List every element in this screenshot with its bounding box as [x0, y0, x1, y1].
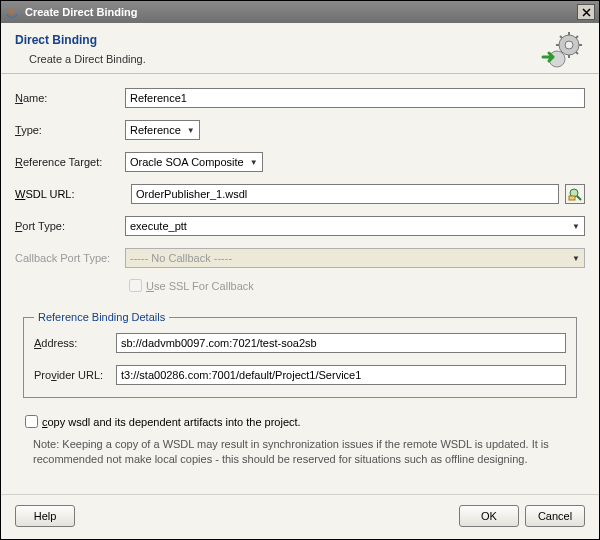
- port-type-label: Port Type:: [15, 220, 125, 232]
- form-body: Name: Type: Reference ▼ Reference Target…: [1, 74, 599, 494]
- dialog-footer: Help OK Cancel: [1, 494, 599, 539]
- ok-button[interactable]: OK: [459, 505, 519, 527]
- browse-wsdl-button[interactable]: [565, 184, 585, 204]
- close-button[interactable]: [577, 4, 595, 20]
- browse-icon: [568, 187, 582, 201]
- reference-target-label: Reference Target:: [15, 156, 125, 168]
- type-select[interactable]: Reference ▼: [125, 120, 200, 140]
- port-type-select[interactable]: execute_ptt ▼: [125, 216, 585, 236]
- dialog-header: Direct Binding Create a Direct Binding.: [1, 23, 599, 74]
- address-input[interactable]: [116, 333, 566, 353]
- chevron-down-icon: ▼: [187, 126, 195, 135]
- provider-url-label: Provider URL:: [34, 369, 116, 381]
- copy-wsdl-label: copy wsdl and its dependent artifacts in…: [42, 416, 301, 428]
- chevron-down-icon: ▼: [572, 222, 580, 231]
- svg-line-12: [577, 196, 581, 200]
- wsdl-url-label: WSDL URL:: [15, 188, 125, 200]
- name-label: Name:: [15, 92, 125, 104]
- binding-gear-icon: [539, 31, 585, 71]
- copy-wsdl-note: Note: Keeping a copy of a WSDL may resul…: [33, 437, 579, 467]
- name-input[interactable]: [125, 88, 585, 108]
- callback-port-type-value: ----- No Callback -----: [130, 252, 232, 264]
- use-ssl-label: Use SSL For Callback: [146, 280, 254, 292]
- close-icon: [582, 8, 591, 17]
- type-select-value: Reference: [130, 124, 181, 136]
- dialog-window: Create Direct Binding Direct Binding Cre…: [0, 0, 600, 540]
- callback-port-type-select: ----- No Callback ----- ▼: [125, 248, 585, 268]
- svg-line-9: [560, 36, 562, 38]
- port-type-value: execute_ptt: [130, 220, 187, 232]
- chevron-down-icon: ▼: [572, 254, 580, 263]
- reference-binding-details-group: Reference Binding Details Address: Provi…: [23, 311, 577, 398]
- address-label: Address:: [34, 337, 116, 349]
- details-legend: Reference Binding Details: [34, 311, 169, 323]
- wsdl-url-input[interactable]: [131, 184, 559, 204]
- titlebar[interactable]: Create Direct Binding: [1, 1, 599, 23]
- use-ssl-checkbox: [129, 279, 142, 292]
- svg-rect-13: [569, 196, 575, 200]
- svg-line-6: [576, 36, 578, 38]
- copy-wsdl-checkbox[interactable]: [25, 415, 38, 428]
- header-description: Create a Direct Binding.: [29, 53, 585, 65]
- window-title: Create Direct Binding: [25, 6, 577, 18]
- type-label: Type:: [15, 124, 125, 136]
- provider-url-input[interactable]: [116, 365, 566, 385]
- svg-line-8: [576, 52, 578, 54]
- header-title: Direct Binding: [15, 33, 585, 47]
- reference-target-select[interactable]: Oracle SOA Composite ▼: [125, 152, 263, 172]
- reference-target-value: Oracle SOA Composite: [130, 156, 244, 168]
- java-icon: [5, 5, 19, 19]
- callback-port-type-label: Callback Port Type:: [15, 252, 125, 264]
- help-button[interactable]: Help: [15, 505, 75, 527]
- svg-point-1: [565, 41, 573, 49]
- cancel-button[interactable]: Cancel: [525, 505, 585, 527]
- chevron-down-icon: ▼: [250, 158, 258, 167]
